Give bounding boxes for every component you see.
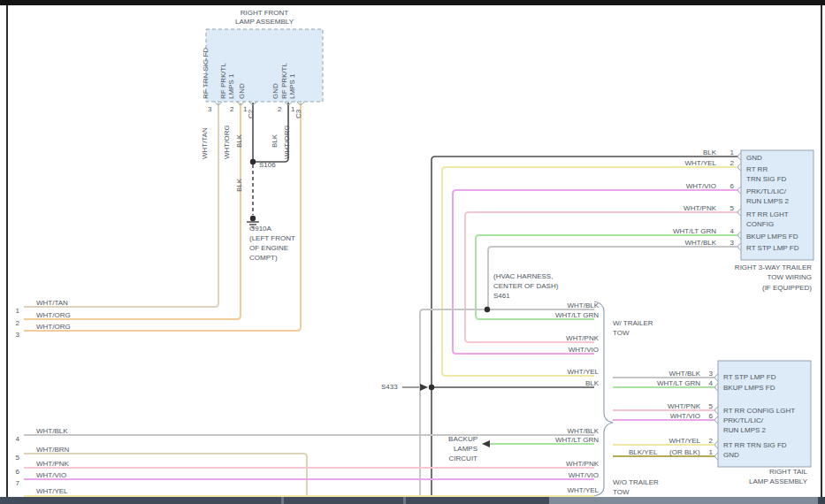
tail-wire-label-1: BLK/YEL	[629, 448, 657, 456]
ground-g910a-line1: G910A	[249, 225, 271, 233]
wtow-label-blk: BLK	[528, 379, 599, 387]
window-left-border	[6, 5, 8, 497]
front-pin-label-lmps1-a: LMPS 1	[227, 74, 235, 99]
tail-desc-prktllic: PRK/TL/LIC/	[723, 416, 763, 424]
tail-desc-runlmps2: RUN LMPS 2	[723, 426, 766, 434]
tow-pin-num-2: 2	[723, 159, 734, 167]
left-wire-num-7: 7	[11, 479, 19, 487]
front-pin-label-lmps1-b: LMPS 1	[288, 74, 296, 99]
tow-desc-rtrrlght: RT RR LGHT	[746, 210, 789, 218]
left-wire-label-4: WHT/BLK	[36, 427, 68, 435]
bottom-bar-segment-4	[818, 497, 825, 504]
wtow-caption-line2: TOW	[613, 329, 630, 337]
tail-desc-gnd: GND	[723, 451, 739, 459]
ground-g910a-line3: OF ENGINE	[249, 244, 288, 252]
tail-pin-num-4: 4	[702, 379, 713, 387]
front-pin-label-rf-prktl-b: RF PRK/TL	[280, 63, 288, 99]
window-right-border	[821, 5, 822, 497]
wire-wht-org-2	[24, 103, 301, 331]
tail-lamp-connector-arcs	[715, 374, 719, 460]
tail-pin-num-2: 2	[702, 437, 713, 445]
tail-desc-bkuplmpsfd: BKUP LMPS FD	[723, 384, 775, 392]
tail-pin-num-6: 6	[702, 412, 713, 420]
splice-s433-dot	[429, 385, 434, 390]
wotow-caption-line1: W/O TRAILER	[613, 478, 659, 486]
tail-pin-num-5: 5	[702, 402, 713, 410]
tow-desc-trnsigfd: TRN SIG FD	[746, 175, 786, 183]
tail-wire-label-1-alt: (OR BLK)	[669, 448, 700, 456]
splice-s106-dot	[250, 159, 256, 164]
wire-wht-tan	[24, 103, 218, 307]
tow-wire-label-2: WHT/YEL	[645, 159, 716, 167]
splice-s461-dot	[485, 307, 490, 312]
bottom-bar-segment-1	[0, 497, 281, 504]
front-pin-number-2b: 2	[278, 105, 281, 113]
front-wire-label-wht-tan: WHT/TAN	[201, 127, 209, 159]
ground-g910a-line2: (LEFT FRONT	[249, 234, 295, 242]
left-wire-num-4: 4	[11, 435, 19, 443]
wotow-label-wht-yel: WHT/YEL	[528, 486, 599, 494]
tow-desc-bkuplmpsfd: BKUP LMPS FD	[746, 233, 798, 241]
wotow-caption-line2: TOW	[613, 488, 630, 496]
front-lamp-title-line2: LAMP ASSEMBLY	[211, 18, 317, 26]
backup-ref-line2: LAMPS	[407, 445, 477, 453]
tow-wire-label-4: WHT/LT GRN	[645, 227, 716, 235]
tail-pin-num-3: 3	[702, 370, 713, 378]
tail-caption-line1: RIGHT TAIL	[666, 468, 807, 476]
tail-wire-label-4: WHT/LT GRN	[630, 379, 700, 387]
wire-wht-yel-main	[442, 167, 737, 376]
tail-pin-num-1: 1	[702, 448, 713, 456]
wotow-label-wht-lt-grn: WHT/LT GRN	[528, 436, 599, 444]
tow-desc-rtstplmpfd: RT STP LMP FD	[746, 244, 798, 252]
tow-pin-num-4: 4	[723, 227, 734, 235]
wtow-label-wht-pnk: WHT/PNK	[528, 334, 599, 342]
splice-s461-line1: (HVAC HARNESS,	[493, 272, 553, 280]
wire-label-blk-ground: BLK	[235, 179, 243, 192]
left-wire-label-1: WHT/TAN	[36, 299, 68, 307]
s433-leader-arrow	[420, 384, 428, 391]
splice-s461-line3: S461	[493, 292, 510, 300]
tow-pin-num-1: 1	[723, 149, 734, 157]
tow-desc-runlmps2: RUN LMPS 2	[746, 197, 789, 205]
tail-desc-rtrrtrnsigfd: RT RR TRN SIG FD	[723, 441, 787, 449]
tow-caption-line3: (IF EQUIPPED)	[670, 284, 812, 292]
front-pin-label-gnd-a: GND	[238, 83, 246, 99]
front-wire-label-wht-org-2: WHT/ORG	[283, 125, 291, 159]
tow-desc-prktllic: PRK/TL/LIC/	[746, 187, 786, 195]
left-wire-num-3: 3	[11, 331, 19, 339]
bottom-bar-segment-3	[406, 497, 549, 504]
left-wire-num-2: 2	[11, 319, 19, 327]
left-wire-label-8: WHT/YEL	[36, 487, 68, 495]
tail-wire-label-5: WHT/PNK	[630, 402, 700, 410]
backup-ref-line1: BACKUP	[407, 435, 477, 443]
horizontal-scrollbar-thumb[interactable]	[549, 497, 818, 504]
front-pin-number-2a: 2	[230, 105, 233, 113]
left-wire-label-5: WHT/BRN	[36, 446, 69, 454]
front-wire-label-blk-1: BLK	[235, 134, 243, 148]
splice-s461-line2: CENTER OF DASH)	[493, 282, 558, 290]
wotow-label-wht-pnk: WHT/PNK	[528, 460, 599, 468]
tail-wire-label-2: WHT/YEL	[630, 437, 700, 445]
tow-pin-num-6: 6	[723, 182, 734, 190]
front-pin-label-gnd-b: GND	[271, 83, 279, 99]
tow-pin-num-3: 3	[723, 239, 734, 247]
ground-g910a-line4: COMPT)	[249, 254, 278, 262]
tow-wire-label-5: WHT/PNK	[645, 204, 716, 212]
front-pin-label-rf-prktl-a: RF PRK/TL	[219, 63, 227, 99]
tail-wire-label-6: WHT/VIO	[630, 412, 700, 420]
front-pin-number-3: 3	[208, 105, 211, 113]
left-wire-num-5: 5	[11, 454, 19, 462]
front-wire-label-blk-2: BLK	[271, 134, 279, 148]
left-wire-num-1: 1	[11, 307, 19, 315]
backup-ref-line3: CIRCUIT	[407, 454, 477, 462]
tail-desc-rtrrconfig: RT RR CONFIG LGHT	[723, 407, 795, 415]
front-pin-label-rf-trn-sig-fd: RF TRN SIG FD	[202, 48, 210, 99]
trailer-tow-connector-arcs	[738, 153, 742, 250]
splice-s106-label: S106	[259, 161, 276, 169]
wtow-label-wht-lt-grn: WHT/LT GRN	[528, 311, 599, 319]
wtow-caption-line1: W/ TRAILER	[613, 319, 653, 327]
front-lamp-title-line1: RIGHT FRONT	[211, 9, 317, 17]
front-wire-label-wht-org-1: WHT/ORG	[223, 125, 231, 159]
tow-caption-line1: RIGHT 3-WAY TRAILER	[670, 263, 812, 271]
tow-wire-label-1: BLK	[645, 149, 716, 157]
